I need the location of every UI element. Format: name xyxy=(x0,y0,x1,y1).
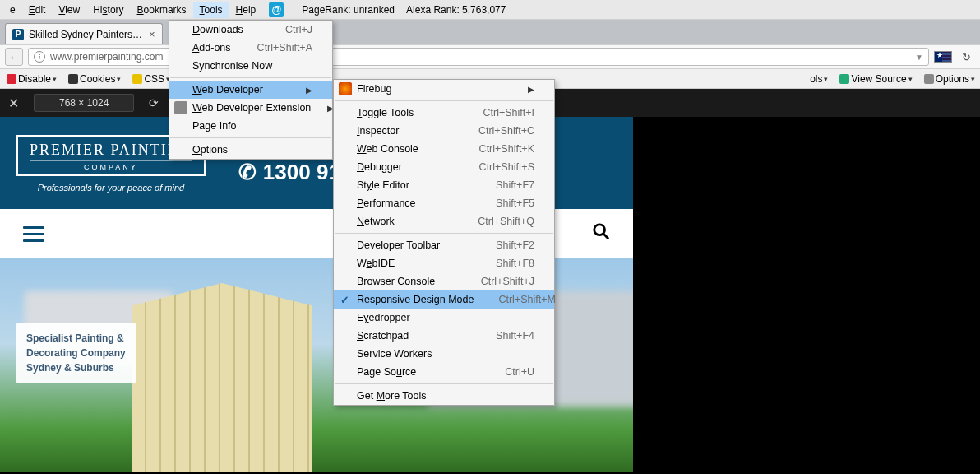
menu-browser-console[interactable]: Browser ConsoleCtrl+Shift+J xyxy=(334,272,554,290)
tool-disable[interactable]: Disable▾ xyxy=(2,72,62,86)
search-icon[interactable] xyxy=(592,222,610,245)
menu-separator xyxy=(335,100,553,101)
options-icon xyxy=(924,74,934,84)
country-flag-icon[interactable] xyxy=(934,51,952,63)
rdm-rotate-icon[interactable]: ⟳ xyxy=(149,96,159,109)
menu-performance[interactable]: PerformanceShift+F5 xyxy=(334,194,554,212)
menu-separator xyxy=(170,137,331,138)
tagline: Professionals for your peace of mind xyxy=(16,183,206,193)
web-developer-submenu: Firebug▶ Toggle ToolsCtrl+Shift+I Inspec… xyxy=(333,79,555,406)
tool-view-source[interactable]: View Source▾ xyxy=(834,72,917,86)
disable-icon xyxy=(7,74,16,84)
menu-responsive-design-mode[interactable]: Responsive Design ModeCtrl+Shift+M xyxy=(334,290,554,309)
alexa-label: Alexa Rank: 5,763,077 xyxy=(406,4,506,16)
menu-page-source[interactable]: Page SourceCtrl+U xyxy=(334,363,554,381)
menu-style-editor[interactable]: Style EditorShift+F7 xyxy=(334,176,554,194)
tool-cookies[interactable]: Cookies▾ xyxy=(63,72,126,86)
tools-menu: DownloadsCtrl+J Add-onsCtrl+Shift+A Sync… xyxy=(169,20,333,160)
site-info-icon[interactable]: i xyxy=(34,51,45,63)
tool-options[interactable]: Options▾ xyxy=(919,72,980,86)
menu-developer-toolbar[interactable]: Developer ToolbarShift+F2 xyxy=(334,236,554,254)
menu-toggle-tools[interactable]: Toggle ToolsCtrl+Shift+I xyxy=(334,104,554,122)
menu-page-info[interactable]: Page Info xyxy=(169,117,332,135)
menu-debugger[interactable]: DebuggerCtrl+Shift+S xyxy=(334,158,554,176)
menu-web-developer-ext[interactable]: Web Developer Extension▶ xyxy=(169,99,332,117)
firebug-icon xyxy=(339,82,352,95)
hero-badge: Specialist Painting & Decorating Company… xyxy=(16,323,136,383)
menu-service-workers[interactable]: Service Workers xyxy=(334,345,554,363)
menu-view[interactable]: View xyxy=(52,2,86,18)
menu-web-developer[interactable]: Web Developer▶ xyxy=(169,81,332,99)
pagerank-label: PageRank: unranked xyxy=(302,4,395,16)
url-text: www.premierpainting.com xyxy=(50,51,163,63)
favicon-icon: P xyxy=(12,29,24,40)
menu-network[interactable]: NetworkCtrl+Shift+Q xyxy=(334,212,554,230)
menu-scratchpad[interactable]: ScratchpadShift+F4 xyxy=(334,327,554,345)
back-button[interactable]: ← xyxy=(5,48,23,66)
url-dropdown-icon[interactable]: ▼ xyxy=(915,53,923,62)
submenu-arrow-icon: ▶ xyxy=(511,85,534,94)
logo-line2: COMPANY xyxy=(30,160,192,171)
menu-separator xyxy=(335,233,553,234)
hero-badge-l2: Decorating Company xyxy=(26,346,126,360)
menu-bookmarks[interactable]: Bookmarks xyxy=(131,2,193,18)
svg-point-0 xyxy=(594,225,605,235)
tab-close-icon[interactable]: × xyxy=(149,28,155,40)
menu-downloads[interactable]: DownloadsCtrl+J xyxy=(169,21,332,39)
menu-addons[interactable]: Add-onsCtrl+Shift+A xyxy=(169,39,332,57)
menu-edit[interactable]: Edit xyxy=(22,2,53,18)
at-button-icon[interactable]: @ xyxy=(269,2,284,17)
gear-icon xyxy=(174,101,187,114)
address-field[interactable]: i www.premierpainting.com ▼ xyxy=(28,48,929,66)
menu-sync[interactable]: Synchronise Now xyxy=(169,57,332,75)
css-icon xyxy=(132,74,142,84)
tab-strip: P Skilled Sydney Painters - Acc × xyxy=(0,20,980,44)
hero-badge-l3: Sydney & Suburbs xyxy=(26,360,126,375)
menu-options[interactable]: Options xyxy=(169,141,332,159)
menu-tools[interactable]: Tools xyxy=(193,2,229,18)
menu-eyedropper[interactable]: Eyedropper xyxy=(334,309,554,327)
menu-get-more-tools[interactable]: Get More Tools xyxy=(334,387,554,405)
hamburger-icon[interactable] xyxy=(23,222,44,246)
hero-building xyxy=(132,283,312,472)
tool-right-trunc[interactable]: ols▾ xyxy=(805,72,833,86)
menu-separator xyxy=(170,77,331,78)
submenu-arrow-icon: ▶ xyxy=(289,86,312,95)
cookies-icon xyxy=(68,74,78,84)
menu-firebug[interactable]: Firebug▶ xyxy=(334,80,554,98)
viewsource-icon xyxy=(839,74,849,84)
menu-help[interactable]: Help xyxy=(229,2,263,18)
tab-title: Skilled Sydney Painters - Acc xyxy=(29,29,144,40)
menu-webide[interactable]: WebIDEShift+F8 xyxy=(334,254,554,272)
menu-history[interactable]: History xyxy=(86,2,130,18)
menu-file-trunc[interactable]: e xyxy=(3,2,22,18)
menubar: e Edit View History Bookmarks Tools Help… xyxy=(0,0,980,20)
menu-inspector[interactable]: InspectorCtrl+Shift+C xyxy=(334,122,554,140)
url-bar: ← i www.premierpainting.com ▼ ↻ xyxy=(0,44,980,69)
phone-icon: ✆ xyxy=(238,160,257,185)
menu-separator xyxy=(335,383,553,384)
hero-badge-l1: Specialist Painting & xyxy=(26,331,126,346)
browser-tab[interactable]: P Skilled Sydney Painters - Acc × xyxy=(5,23,163,44)
rdm-dimensions-select[interactable]: 768 × 1024 xyxy=(34,94,134,112)
menu-web-console[interactable]: Web ConsoleCtrl+Shift+K xyxy=(334,140,554,158)
svg-line-1 xyxy=(603,234,608,239)
reload-button[interactable]: ↻ xyxy=(957,48,975,66)
rdm-close-icon[interactable]: ✕ xyxy=(8,95,19,111)
submenu-arrow-icon: ▶ xyxy=(311,104,334,113)
